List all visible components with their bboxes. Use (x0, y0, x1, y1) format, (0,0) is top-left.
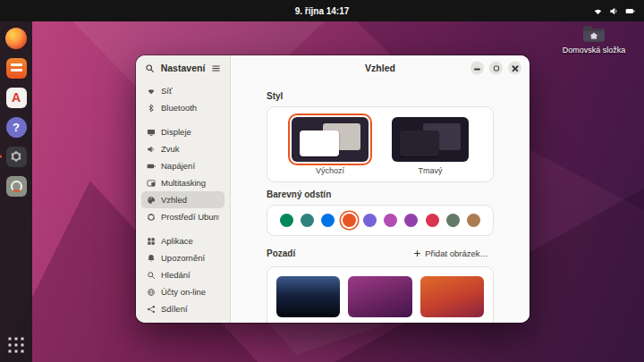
dock-item-app-center[interactable] (4, 56, 28, 80)
style-option-default[interactable]: Výchozí (292, 117, 369, 175)
page-title: Vzhled (365, 63, 395, 73)
style-option-label: Výchozí (316, 166, 344, 175)
dock-item-help[interactable] (4, 115, 28, 139)
accent-color-swatch[interactable] (363, 214, 377, 227)
search-button[interactable] (143, 61, 157, 75)
accent-color-swatch[interactable] (426, 214, 439, 227)
content-header: Vzhled (231, 55, 530, 80)
wallpaper-thumbnail[interactable] (420, 276, 484, 317)
style-option-dark[interactable]: Tmavý (392, 117, 469, 175)
minimize-icon (474, 69, 480, 71)
search-icon (145, 63, 155, 73)
home-folder-shortcut[interactable]: Domovská složka (560, 24, 628, 55)
close-button[interactable] (508, 62, 521, 75)
sidebar-item-power[interactable]: Napájení (141, 157, 225, 174)
maximize-button[interactable] (489, 62, 503, 75)
sidebar-group-gap (141, 116, 225, 123)
wallpaper-thumbnail[interactable] (348, 276, 411, 317)
help-icon (6, 117, 27, 138)
close-icon (511, 64, 519, 72)
primary-menu-button[interactable] (208, 61, 223, 75)
window-controls (470, 62, 521, 75)
sidebar-header: Nastavení (136, 55, 230, 80)
dock (0, 21, 32, 362)
accent-color-swatch[interactable] (280, 214, 293, 227)
style-option-label: Tmavý (419, 166, 443, 175)
sidebar-item-multitasking[interactable]: Multitasking (141, 174, 225, 191)
accent-color-swatch[interactable] (384, 214, 397, 227)
network-icon (147, 87, 156, 96)
sidebar-item-sharing[interactable]: Sdílení (141, 300, 225, 317)
home-folder-label: Domovská složka (563, 46, 626, 55)
display-icon (147, 128, 156, 137)
running-indicator (0, 156, 2, 158)
network-icon (593, 6, 603, 16)
software-updater-icon (6, 176, 27, 197)
globe-icon (147, 288, 156, 297)
sidebar-item-sound[interactable]: Zvuk (141, 140, 225, 157)
ubuntu-logo-icon (147, 213, 156, 222)
apps-grid-icon (147, 237, 156, 246)
dock-item-show-apps[interactable] (4, 333, 28, 357)
share-icon (147, 305, 156, 314)
sidebar-item-notifications[interactable]: Upozornění (141, 249, 225, 266)
sidebar-item-displays[interactable]: Displeje (141, 123, 225, 140)
multitasking-icon (147, 179, 156, 188)
desktop: 9. října 14:17 (0, 0, 644, 362)
minimize-button[interactable] (470, 62, 484, 75)
firefox-icon (5, 28, 27, 49)
app-a-icon (6, 88, 27, 108)
dock-item-settings[interactable] (4, 145, 28, 168)
style-section-title: Styl (267, 91, 494, 101)
sidebar-item-search[interactable]: Hledání (141, 266, 225, 283)
sidebar-group-gap (141, 225, 225, 232)
top-bar: 9. října 14:17 (0, 0, 644, 21)
home-folder-icon (582, 24, 606, 44)
accent-card (267, 205, 494, 236)
add-image-button[interactable]: Přidat obrázek… (408, 246, 494, 261)
accent-color-swatch[interactable] (321, 214, 335, 227)
dock-item-app-a[interactable] (4, 86, 28, 109)
sound-icon (147, 145, 156, 154)
accent-color-swatch-selected[interactable] (343, 214, 356, 227)
battery-icon (147, 162, 156, 171)
show-apps-icon (7, 336, 25, 354)
accent-color-swatch[interactable] (301, 214, 314, 227)
wallpaper-thumbnail[interactable] (276, 276, 340, 317)
style-preview-dark (392, 117, 469, 162)
sidebar-item-applications[interactable]: Aplikace (141, 232, 225, 249)
accent-color-swatch[interactable] (467, 214, 480, 227)
background-card (267, 266, 494, 323)
style-preview-light (292, 117, 369, 162)
sidebar-item-network[interactable]: Síť (141, 82, 225, 99)
system-tray[interactable] (593, 0, 635, 21)
background-section-title: Pozadí (267, 248, 295, 258)
dock-item-firefox[interactable] (4, 27, 28, 50)
sidebar-item-online-accounts[interactable]: Účty on-line (141, 283, 225, 300)
accent-color-swatch[interactable] (404, 214, 418, 227)
search-icon (147, 271, 156, 280)
settings-sidebar: Nastavení Síť Bluetooth Displeje (136, 55, 231, 323)
sidebar-item-appearance[interactable]: Vzhled (141, 191, 225, 208)
bell-icon (147, 254, 156, 263)
dock-item-software-updater[interactable] (4, 174, 28, 198)
appearance-panel: Styl Výchozí Tmavý Barevný odstín (231, 80, 530, 323)
hamburger-icon (211, 63, 221, 73)
volume-icon (609, 6, 619, 16)
sidebar-item-bluetooth[interactable]: Bluetooth (141, 99, 225, 116)
accent-section-title: Barevný odstín (267, 189, 494, 199)
settings-content: Vzhled Styl Výchozí Tmavý (231, 55, 530, 323)
settings-gear-icon (6, 147, 27, 167)
sidebar-item-ubuntu-desktop[interactable]: Prostředí Ubuntu (141, 208, 225, 225)
add-image-label: Přidat obrázek… (425, 248, 488, 258)
battery-icon (625, 6, 635, 16)
bluetooth-icon (147, 104, 156, 113)
app-title: Nastavení (161, 63, 206, 73)
plus-icon (413, 249, 421, 257)
settings-window: Nastavení Síť Bluetooth Displeje (136, 55, 530, 323)
accent-color-swatch[interactable] (446, 214, 460, 227)
sidebar-nav: Síť Bluetooth Displeje Zvuk Napájen (136, 80, 230, 323)
appearance-icon (147, 196, 156, 205)
background-section-header: Pozadí Přidat obrázek… (267, 246, 494, 261)
clock-menu[interactable]: 9. října 14:17 (286, 4, 359, 18)
